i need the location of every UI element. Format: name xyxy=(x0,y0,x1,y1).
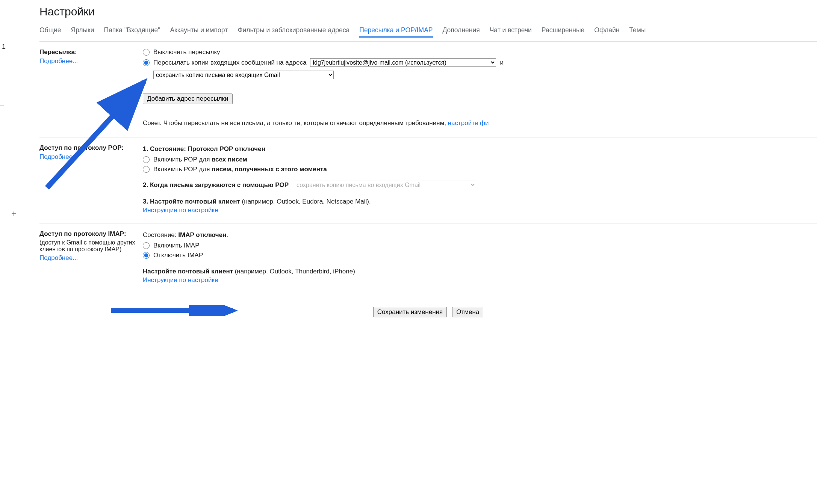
pop-learn-more-link[interactable]: Подробнее... xyxy=(39,153,78,160)
imap-heading: Доступ по протоколу IMAP: xyxy=(39,230,137,238)
imap-learn-more-link[interactable]: Подробнее... xyxy=(39,254,78,261)
forwarding-tip-text: Совет. Чтобы пересылать не все письма, а… xyxy=(143,119,448,127)
forwarding-section: Пересылка: Подробнее... Выключить пересы… xyxy=(39,48,817,137)
imap-enable-radio[interactable] xyxy=(143,242,150,249)
tab-themes[interactable]: Темы xyxy=(629,26,646,38)
pop-step2-label: 2. Когда письма загружаются с помощью PO… xyxy=(143,181,289,189)
imap-configure-rest: (например, Outlook, Thunderbird, iPhone) xyxy=(233,268,355,275)
tab-addons[interactable]: Дополнения xyxy=(443,26,480,38)
cancel-button[interactable]: Отмена xyxy=(452,307,483,317)
forwarding-email-select[interactable]: idg7jeubrtiujivosite@jivo-mail.com (испо… xyxy=(310,58,496,67)
tab-general[interactable]: Общие xyxy=(39,26,61,38)
pop-section: Доступ по протоколу POP: Подробнее... 1.… xyxy=(39,144,817,223)
divider xyxy=(39,41,817,42)
left-rail-count: 1 xyxy=(2,43,6,51)
add-forwarding-address-button[interactable]: Добавить адрес пересылки xyxy=(143,94,233,104)
forwarding-learn-more-link[interactable]: Подробнее... xyxy=(39,57,78,65)
action-buttons: Сохранить изменения Отмена xyxy=(39,300,817,317)
pop-status-value: Протокол POP отключен xyxy=(188,145,265,152)
pop-step3-bold: 3. Настройте почтовый клиент xyxy=(143,198,240,205)
forwarding-disable-radio[interactable] xyxy=(143,49,150,56)
imap-status-dot: . xyxy=(226,231,228,238)
pop-action-select: сохранить копию письма во входящих Gmail xyxy=(294,181,476,189)
pop-enable-all-radio[interactable] xyxy=(143,156,150,163)
tab-inbox[interactable]: Папка "Входящие" xyxy=(104,26,160,38)
pop-instructions-link[interactable]: Инструкции по настройке xyxy=(143,207,218,214)
pop-enable-all-label: Включить POP для всех писем xyxy=(153,156,247,163)
tab-offline[interactable]: Офлайн xyxy=(594,26,619,38)
forwarding-action-select[interactable]: сохранить копию письма во входящих Gmail xyxy=(153,71,334,79)
divider xyxy=(0,186,4,186)
tab-advanced[interactable]: Расширенные xyxy=(542,26,585,38)
save-button[interactable]: Сохранить изменения xyxy=(373,307,447,317)
tab-filters[interactable]: Фильтры и заблокированные адреса xyxy=(238,26,349,38)
pop-status-prefix: 1. Состояние: xyxy=(143,145,188,152)
settings-tabs: Общие Ярлыки Папка "Входящие" Аккаунты и… xyxy=(39,26,817,38)
forwarding-enable-radio[interactable] xyxy=(143,59,150,66)
imap-configure-bold: Настройте почтовый клиент xyxy=(143,268,233,275)
pop-enable-now-radio[interactable] xyxy=(143,166,150,173)
imap-sub: (доступ к Gmail с помощью других клиенто… xyxy=(39,239,137,253)
imap-status-value: IMAP отключен xyxy=(178,231,226,238)
tab-labels[interactable]: Ярлыки xyxy=(71,26,94,38)
forwarding-enable-label: Пересылать копии входящих сообщений на а… xyxy=(153,59,306,66)
forwarding-and-word: и xyxy=(500,59,504,66)
tab-accounts[interactable]: Аккаунты и импорт xyxy=(170,26,228,38)
pop-enable-now-label: Включить POP для писем, полученных с это… xyxy=(153,166,327,173)
imap-disable-radio[interactable] xyxy=(143,252,150,259)
imap-instructions-link[interactable]: Инструкции по настройке xyxy=(143,276,218,284)
imap-enable-label: Включить IMAP xyxy=(153,242,200,249)
imap-disable-label: Отключить IMAP xyxy=(153,252,203,259)
forwarding-disable-label: Выключить пересылку xyxy=(153,48,220,56)
forwarding-heading: Пересылка: xyxy=(39,48,137,56)
plus-icon[interactable]: + xyxy=(11,208,17,219)
pop-step3-rest: (например, Outlook, Eudora, Netscape Mai… xyxy=(240,198,371,205)
page-title: Настройки xyxy=(39,5,817,18)
forwarding-tip-link[interactable]: настройте фи xyxy=(448,119,489,127)
tab-chat[interactable]: Чат и встречи xyxy=(490,26,532,38)
tab-forwarding-pop-imap[interactable]: Пересылка и POP/IMAP xyxy=(359,26,433,38)
imap-section: Доступ по протоколу IMAP: (доступ к Gmai… xyxy=(39,230,817,293)
divider xyxy=(0,105,4,106)
imap-status-prefix: Состояние: xyxy=(143,231,178,238)
pop-heading: Доступ по протоколу POP: xyxy=(39,144,137,152)
